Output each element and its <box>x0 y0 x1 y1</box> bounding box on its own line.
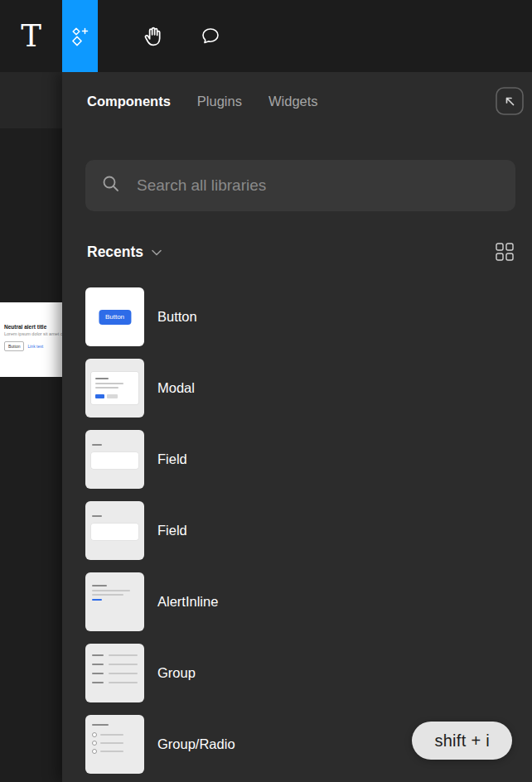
component-item-button[interactable]: Button Button <box>85 287 532 346</box>
thumb-line <box>92 515 102 517</box>
corner-arrow-icon <box>496 104 524 118</box>
thumb-button-chip <box>107 394 118 398</box>
component-label: AlertInline <box>157 594 218 610</box>
thumb-line <box>92 585 107 586</box>
component-item-field[interactable]: Field <box>85 501 532 560</box>
component-thumbnail <box>85 715 144 774</box>
comment-tool-button[interactable] <box>186 0 235 72</box>
canvas-alert-card: Neutral alert title Lorem ipsum dolor si… <box>0 302 62 377</box>
component-thumbnail <box>85 359 144 418</box>
canvas-card-link[interactable]: Link text <box>27 344 43 349</box>
assets-tool-button[interactable] <box>62 0 98 72</box>
search-field[interactable] <box>85 160 515 211</box>
thumb-line <box>100 734 123 736</box>
hand-tool-button[interactable] <box>130 0 178 72</box>
thumb-line <box>109 682 138 683</box>
thumb-line <box>92 590 130 591</box>
thumb-line <box>92 594 123 596</box>
canvas-card-body: Lorem ipsum dolor sit amet consect <box>4 331 62 336</box>
recents-title: Recents <box>87 244 143 261</box>
tab-widgets[interactable]: Widgets <box>268 94 318 109</box>
recents-list: Button Button Modal Field <box>85 287 532 774</box>
component-label: Modal <box>157 380 195 396</box>
component-item-field[interactable]: Field <box>85 430 532 489</box>
shortcut-hint: shift + i <box>412 722 512 760</box>
thumb-line <box>92 724 109 726</box>
grid-view-button[interactable] <box>496 243 514 261</box>
pop-out-button[interactable] <box>496 87 524 115</box>
thumb-button-preview: Button <box>99 310 131 325</box>
thumb-line <box>100 751 123 752</box>
thumb-line <box>109 673 138 674</box>
thumb-line <box>100 742 123 744</box>
thumb-input-box <box>91 452 138 469</box>
text-tool-button[interactable]: T <box>0 0 62 72</box>
thumb-line <box>109 654 138 656</box>
grid-icon <box>496 249 514 263</box>
component-label: Field <box>157 451 187 467</box>
panel-tabs-row: Components Plugins Widgets <box>62 72 532 116</box>
thumb-line <box>95 387 118 389</box>
component-thumbnail <box>85 572 144 631</box>
thumb-input-box <box>91 524 138 540</box>
thumb-line <box>92 664 104 665</box>
toolbar: T <box>0 0 532 72</box>
canvas-card-button[interactable]: Button <box>4 341 24 351</box>
recents-row: Recents <box>87 239 514 264</box>
recents-header[interactable]: Recents <box>87 244 162 261</box>
component-label: Group <box>157 665 196 681</box>
component-label: Field <box>157 523 187 538</box>
canvas-card-actions: Button Link text <box>4 341 62 351</box>
component-thumbnail <box>85 430 144 489</box>
canvas-background: Neutral alert title Lorem ipsum dolor si… <box>0 72 62 782</box>
thumb-line <box>92 599 102 601</box>
thumb-radio <box>92 749 97 754</box>
component-item-alertinline[interactable]: AlertInline <box>85 572 532 631</box>
assets-icon <box>70 26 91 47</box>
thumb-button-chip <box>95 394 104 398</box>
thumb-line <box>95 383 123 384</box>
canvas-upper-band <box>0 72 62 128</box>
search-input[interactable] <box>135 176 501 196</box>
component-label: Group/Radio <box>157 736 235 752</box>
component-thumbnail <box>85 644 144 702</box>
comment-icon <box>200 26 221 47</box>
thumb-line <box>92 673 104 674</box>
chevron-down-icon <box>152 244 162 259</box>
panel-tabs: Components Plugins Widgets <box>87 94 318 109</box>
text-tool-icon: T <box>21 21 41 51</box>
thumb-radio <box>92 741 97 746</box>
thumb-line <box>109 664 138 665</box>
component-thumbnail <box>85 501 144 560</box>
component-item-modal[interactable]: Modal <box>85 359 532 418</box>
tab-plugins[interactable]: Plugins <box>197 94 242 109</box>
thumb-line <box>92 444 102 446</box>
tab-components[interactable]: Components <box>87 94 171 109</box>
thumb-line <box>92 682 104 683</box>
canvas-card-title: Neutral alert title <box>4 324 62 330</box>
thumb-line <box>92 654 104 656</box>
thumb-line <box>95 378 109 379</box>
assets-panel: Components Plugins Widgets Recents <box>62 72 532 782</box>
search-icon <box>100 173 122 198</box>
component-label: Button <box>157 309 197 325</box>
component-thumbnail: Button <box>85 287 144 346</box>
component-item-group[interactable]: Group <box>85 644 532 702</box>
hand-icon <box>143 25 166 48</box>
thumb-radio <box>92 732 97 737</box>
